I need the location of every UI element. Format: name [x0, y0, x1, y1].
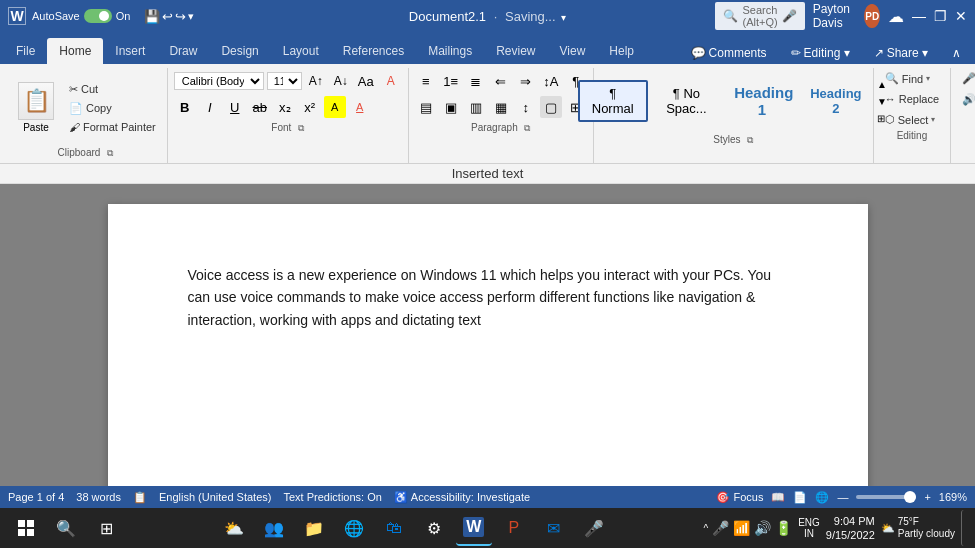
focus-button[interactable]: 🎯 Focus — [716, 491, 763, 504]
share-button[interactable]: ↗ Share ▾ — [864, 42, 938, 64]
format-painter-button[interactable]: 🖌Format Painter — [64, 119, 161, 135]
outlook-taskbar-button[interactable]: ✉ — [536, 510, 572, 546]
weather-widget[interactable]: ⛅ 75°F Partly cloudy — [881, 516, 955, 540]
tab-insert[interactable]: Insert — [103, 38, 157, 64]
clipboard-expand-icon[interactable]: ⧉ — [107, 148, 113, 158]
paragraph-expand-icon[interactable]: ⧉ — [524, 123, 530, 133]
file-explorer-button[interactable]: 📁 — [296, 510, 332, 546]
editing-button[interactable]: ✏ Editing ▾ — [781, 42, 860, 64]
paste-button[interactable]: 📋 Paste — [10, 78, 62, 137]
tab-review[interactable]: Review — [484, 38, 547, 64]
read-mode-button[interactable]: 📖 — [771, 491, 785, 504]
customize-icon[interactable]: ▾ — [188, 10, 194, 23]
increase-indent-button[interactable]: ⇒ — [515, 70, 537, 92]
underline-button[interactable]: U — [224, 96, 246, 118]
tab-file[interactable]: File — [4, 38, 47, 64]
teams-button[interactable]: 👥 — [256, 510, 292, 546]
tab-view[interactable]: View — [548, 38, 598, 64]
web-layout-button[interactable]: 🌐 — [815, 491, 829, 504]
redo-icon[interactable]: ↪ — [175, 9, 186, 24]
zoom-in-button[interactable]: + — [924, 491, 930, 503]
styles-expand-icon[interactable]: ⧉ — [747, 135, 753, 145]
align-center-button[interactable]: ▣ — [440, 96, 462, 118]
comments-button[interactable]: 💬 Comments — [681, 42, 777, 64]
style-heading1[interactable]: Heading 1 — [725, 79, 799, 123]
highlight-button[interactable]: A — [324, 96, 346, 118]
widgets-button[interactable]: ⛅ — [216, 510, 252, 546]
tab-home[interactable]: Home — [47, 38, 103, 64]
close-button[interactable]: ✕ — [955, 0, 967, 32]
proofing-icon-area[interactable]: 📋 — [133, 491, 147, 504]
font-name-select[interactable]: Calibri (Body) — [174, 72, 264, 90]
font-size-select[interactable]: 11 — [267, 72, 302, 90]
clear-format-button[interactable]: A — [380, 70, 402, 92]
bullets-button[interactable]: ≡ — [415, 70, 437, 92]
grow-font-button[interactable]: A↑ — [305, 70, 327, 92]
style-normal[interactable]: ¶ Normal — [578, 80, 648, 122]
store-button[interactable]: 🛍 — [376, 510, 412, 546]
cut-button[interactable]: ✂Cut — [64, 81, 161, 98]
decrease-indent-button[interactable]: ⇐ — [490, 70, 512, 92]
tray-expand-icon[interactable]: ^ — [703, 523, 708, 534]
line-spacing-button[interactable]: ↕ — [515, 96, 537, 118]
shrink-font-button[interactable]: A↓ — [330, 70, 352, 92]
bold-button[interactable]: B — [174, 96, 196, 118]
font-color-button[interactable]: A — [349, 96, 371, 118]
ribbon-collapse-button[interactable]: ∧ — [942, 42, 971, 64]
clock[interactable]: 9:04 PM 9/15/2022 — [826, 514, 875, 543]
font-expand-icon[interactable]: ⧉ — [298, 123, 304, 133]
mic-tray-icon[interactable]: 🎤 — [712, 520, 729, 536]
document-text[interactable]: Voice access is a new experience on Wind… — [188, 264, 788, 331]
settings-taskbar-button[interactable]: ⚙ — [416, 510, 452, 546]
copy-button[interactable]: 📄Copy — [64, 100, 161, 117]
tab-references[interactable]: References — [331, 38, 416, 64]
undo-icon[interactable]: ↩ — [162, 9, 173, 24]
tab-help[interactable]: Help — [597, 38, 646, 64]
restore-button[interactable]: ❐ — [934, 0, 947, 32]
word-taskbar-button[interactable]: W — [456, 510, 492, 546]
search-taskbar-button[interactable]: 🔍 — [48, 510, 84, 546]
italic-button[interactable]: I — [199, 96, 221, 118]
search-bar[interactable]: 🔍 Search (Alt+Q) 🎤 — [715, 2, 804, 30]
task-view-button[interactable]: ⊞ — [88, 510, 124, 546]
sort-button[interactable]: ↕A — [540, 70, 562, 92]
tab-design[interactable]: Design — [209, 38, 270, 64]
superscript-button[interactable]: x² — [299, 96, 321, 118]
battery-icon[interactable]: 🔋 — [775, 520, 792, 536]
strikethrough-button[interactable]: ab — [249, 96, 271, 118]
justify-button[interactable]: ▦ — [490, 96, 512, 118]
print-layout-button[interactable]: 📄 — [793, 491, 807, 504]
align-right-button[interactable]: ▥ — [465, 96, 487, 118]
shading-button[interactable]: ▢ — [540, 96, 562, 118]
change-case-button[interactable]: Aa — [355, 70, 377, 92]
zoom-slider[interactable] — [856, 495, 916, 499]
start-button[interactable] — [8, 510, 44, 546]
zoom-thumb[interactable] — [904, 491, 916, 503]
zoom-level[interactable]: 169% — [939, 491, 967, 503]
select-button[interactable]: ⬡ Select ▾ — [880, 111, 944, 128]
zoom-out-button[interactable]: — — [837, 491, 848, 503]
style-no-spacing[interactable]: ¶ No Spac... — [650, 81, 723, 121]
network-icon[interactable]: 📶 — [733, 520, 750, 536]
find-button[interactable]: 🔍 Find ▾ — [880, 70, 944, 87]
page-count[interactable]: Page 1 of 4 — [8, 491, 64, 503]
align-left-button[interactable]: ▤ — [415, 96, 437, 118]
accessibility-status[interactable]: ♿ Accessibility: Investigate — [394, 491, 530, 504]
edge-button[interactable]: 🌐 — [336, 510, 372, 546]
voice-access-button[interactable]: 🎤 — [576, 510, 612, 546]
word-count[interactable]: 38 words — [76, 491, 121, 503]
document-area[interactable]: Voice access is a new experience on Wind… — [0, 184, 975, 486]
tab-mailings[interactable]: Mailings — [416, 38, 484, 64]
minimize-button[interactable]: — — [912, 0, 926, 32]
numbering-button[interactable]: 1≡ — [440, 70, 462, 92]
multilevel-button[interactable]: ≣ — [465, 70, 487, 92]
language-status[interactable]: English (United States) — [159, 491, 272, 503]
style-heading2[interactable]: Heading 2 — [801, 81, 871, 121]
volume-icon[interactable]: 🔊 — [754, 520, 771, 536]
dictate-button[interactable]: 🎤 Dictate ▾ — [957, 70, 975, 87]
lang-indicator[interactable]: ENG IN — [798, 517, 820, 539]
subscript-button[interactable]: x₂ — [274, 96, 296, 118]
onedrive-icon[interactable]: ☁ — [888, 7, 904, 26]
text-predictions-status[interactable]: Text Predictions: On — [283, 491, 381, 503]
powerpoint-taskbar-button[interactable]: P — [496, 510, 532, 546]
